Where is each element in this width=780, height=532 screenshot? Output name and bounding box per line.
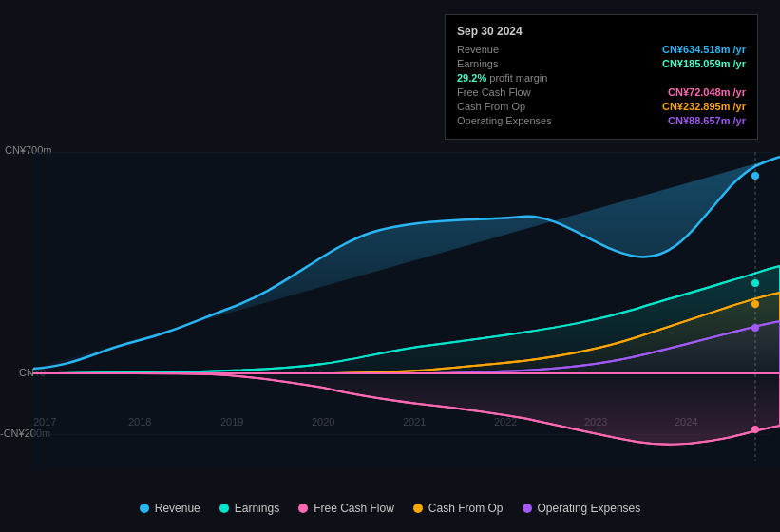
legend-dot-fcf (298, 504, 308, 513)
legend-bar: Revenue Earnings Free Cash Flow Cash Fro… (0, 484, 780, 532)
tooltip-box: Sep 30 2024 Revenue CN¥634.518m /yr Earn… (445, 14, 758, 140)
legend-label-opex: Operating Expenses (538, 502, 641, 515)
svg-point-5 (751, 324, 759, 332)
legend-dot-revenue (140, 504, 149, 513)
tooltip-title: Sep 30 2024 (457, 25, 746, 38)
svg-point-2 (751, 172, 759, 180)
chart-area: CN¥700m CN¥0 -CN¥200m 2017 2018 2019 202… (0, 0, 780, 484)
tooltip-profit-margin: 29.2% profit margin (457, 72, 746, 84)
svg-point-6 (751, 426, 759, 433)
svg-point-4 (751, 300, 759, 308)
tooltip-row-opex: Operating Expenses CN¥88.657m /yr (457, 115, 746, 126)
tooltip-row-earnings: Earnings CN¥185.059m /yr (457, 58, 746, 69)
legend-earnings[interactable]: Earnings (219, 502, 279, 515)
legend-fcf[interactable]: Free Cash Flow (298, 502, 394, 515)
svg-point-3 (751, 279, 759, 287)
legend-label-cashop: Cash From Op (428, 502, 504, 515)
legend-cashop[interactable]: Cash From Op (413, 502, 504, 515)
legend-revenue[interactable]: Revenue (140, 502, 200, 515)
legend-label-earnings: Earnings (235, 502, 279, 515)
legend-dot-cashop (413, 504, 423, 513)
legend-dot-opex (523, 504, 532, 513)
legend-opex[interactable]: Operating Expenses (523, 502, 641, 515)
legend-label-revenue: Revenue (155, 502, 200, 515)
legend-label-fcf: Free Cash Flow (314, 502, 394, 515)
legend-dot-earnings (219, 504, 229, 513)
tooltip-row-revenue: Revenue CN¥634.518m /yr (457, 44, 746, 55)
tooltip-row-fcf: Free Cash Flow CN¥72.048m /yr (457, 86, 746, 98)
tooltip-row-cashop: Cash From Op CN¥232.895m /yr (457, 101, 746, 112)
